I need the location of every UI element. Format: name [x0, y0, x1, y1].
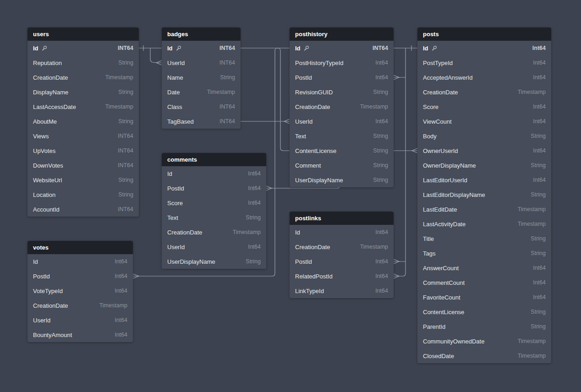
- field-row: CreationDateTimestamp: [290, 99, 394, 114]
- table-header[interactable]: badges: [162, 27, 241, 41]
- table-votes[interactable]: votesIdInt64PostIdInt64VoteTypeIdInt64Cr…: [27, 241, 133, 342]
- field-type: Int64: [248, 244, 261, 250]
- field-type: Int64: [375, 74, 388, 81]
- field-type: INT64: [118, 45, 133, 51]
- field-row: PostIdInt64: [290, 70, 394, 85]
- field-name: Comment: [295, 162, 321, 169]
- field-name: Views: [33, 133, 49, 140]
- field-type: Int64: [533, 294, 546, 300]
- field-name: Class: [167, 103, 182, 110]
- crows-foot-marker: [266, 186, 272, 191]
- field-row: ViewsINT64: [27, 129, 139, 143]
- field-type: INT64: [118, 162, 133, 169]
- table-users[interactable]: usersIdINT64ReputationStringCreationDate…: [27, 27, 139, 217]
- table-header[interactable]: postlinks: [290, 212, 394, 225]
- field-row: IdInt64: [27, 254, 133, 269]
- field-row: AboutMeString: [27, 114, 139, 129]
- field-name: LastEditorDisplayName: [423, 191, 485, 198]
- field-type: INT64: [219, 60, 235, 66]
- field-type: Timestamp: [518, 338, 546, 344]
- field-type: Timestamp: [105, 103, 133, 110]
- field-type: String: [531, 235, 546, 242]
- field-row: IdInt64: [417, 41, 551, 55]
- field-row: UpVotesINT64: [27, 143, 139, 158]
- field-type: String: [373, 89, 388, 95]
- field-row: ScoreInt64: [417, 99, 551, 114]
- field-type: Int64: [248, 185, 261, 191]
- table-header[interactable]: comments: [162, 153, 266, 166]
- field-name: UserId: [167, 244, 185, 250]
- field-type: String: [373, 177, 388, 183]
- field-type: String: [118, 89, 133, 95]
- field-row: UserIdINT64: [162, 55, 241, 70]
- field-name: FavoriteCount: [423, 294, 460, 301]
- field-name: UpVotes: [33, 147, 55, 154]
- field-row: PostHistoryTypeIdInt64: [290, 55, 394, 70]
- field-row: TitleString: [417, 231, 551, 246]
- field-name: Id: [295, 45, 301, 52]
- field-name: Location: [33, 191, 55, 198]
- field-row: CreationDateTimestamp: [417, 85, 551, 99]
- field-name: PostHistoryTypeId: [295, 60, 344, 66]
- table-posthistory[interactable]: posthistoryIdINT64PostHistoryTypeIdInt64…: [290, 27, 394, 187]
- field-row: PostIdInt64: [290, 254, 394, 269]
- field-type: Int64: [115, 288, 127, 294]
- field-name: Text: [295, 133, 306, 140]
- field-row: AnswerCountInt64: [417, 261, 551, 275]
- field-row: BodyString: [417, 129, 551, 143]
- field-type: String: [531, 133, 546, 139]
- field-name: LinkTypeId: [295, 288, 324, 294]
- field-type: Int64: [375, 273, 388, 279]
- field-name: RelatedPostId: [295, 273, 333, 280]
- field-row: LastAccessDateTimestamp: [27, 99, 139, 114]
- field-name: ViewCount: [423, 118, 452, 125]
- field-name: Id: [167, 45, 173, 52]
- field-name: DisplayName: [33, 89, 68, 96]
- field-name: ContentLicense: [423, 309, 464, 316]
- field-type: Timestamp: [99, 302, 127, 309]
- field-row: UserIdInt64: [27, 313, 133, 327]
- field-type: Int64: [375, 60, 388, 66]
- table-postlinks[interactable]: postlinksIdInt64CreationDateTimestampPos…: [290, 212, 394, 298]
- field-name: CreationDate: [33, 302, 68, 309]
- table-title: postlinks: [295, 215, 321, 222]
- field-type: Timestamp: [360, 244, 388, 250]
- field-name: Title: [423, 235, 434, 242]
- field-name: CreationDate: [167, 229, 203, 236]
- field-row: ParentIdString: [417, 319, 551, 334]
- field-row: CreationDateTimestamp: [27, 298, 133, 313]
- field-name: Id: [423, 45, 428, 52]
- field-row: DateTimestamp: [162, 85, 241, 99]
- field-type: String: [531, 250, 546, 256]
- field-row: AccountIdINT64: [27, 202, 139, 217]
- field-row: LastActivityDateTimestamp: [417, 217, 551, 231]
- field-type: INT64: [373, 45, 388, 51]
- crows-foot-marker: [284, 119, 290, 124]
- table-badges[interactable]: badgesIdINT64UserIdINT64NameStringDateTi…: [162, 27, 241, 129]
- field-type: Int64: [375, 118, 388, 125]
- table-comments[interactable]: commentsIdInt64PostIdInt64ScoreInt64Text…: [162, 153, 266, 269]
- field-row: ViewCountInt64: [417, 114, 551, 129]
- field-type: String: [246, 214, 261, 221]
- table-header[interactable]: posts: [417, 27, 551, 41]
- field-type: Timestamp: [233, 229, 261, 235]
- field-row: ContentLicenseString: [417, 305, 551, 319]
- field-type: INT64: [219, 118, 235, 125]
- field-type: Int64: [533, 147, 546, 154]
- field-name: ParentId: [423, 323, 445, 330]
- field-row: DownVotesINT64: [27, 158, 139, 173]
- table-header[interactable]: votes: [27, 241, 133, 254]
- field-row: UserDisplayNameString: [162, 254, 266, 269]
- field-name: LastActivityDate: [423, 221, 466, 228]
- primary-key-icon: [175, 45, 181, 51]
- field-type: String: [531, 323, 546, 330]
- field-type: String: [118, 60, 133, 66]
- field-name: UserDisplayName: [167, 258, 215, 265]
- field-type: INT64: [219, 103, 235, 110]
- table-header[interactable]: posthistory: [290, 27, 394, 41]
- table-posts[interactable]: postsIdInt64PostTypeIdInt64AcceptedAnswe…: [417, 27, 551, 363]
- field-name: CreationDate: [33, 74, 68, 81]
- table-header[interactable]: users: [27, 27, 139, 41]
- field-name: AboutMe: [33, 118, 57, 125]
- relationship-line-postlinks_related: [394, 261, 406, 278]
